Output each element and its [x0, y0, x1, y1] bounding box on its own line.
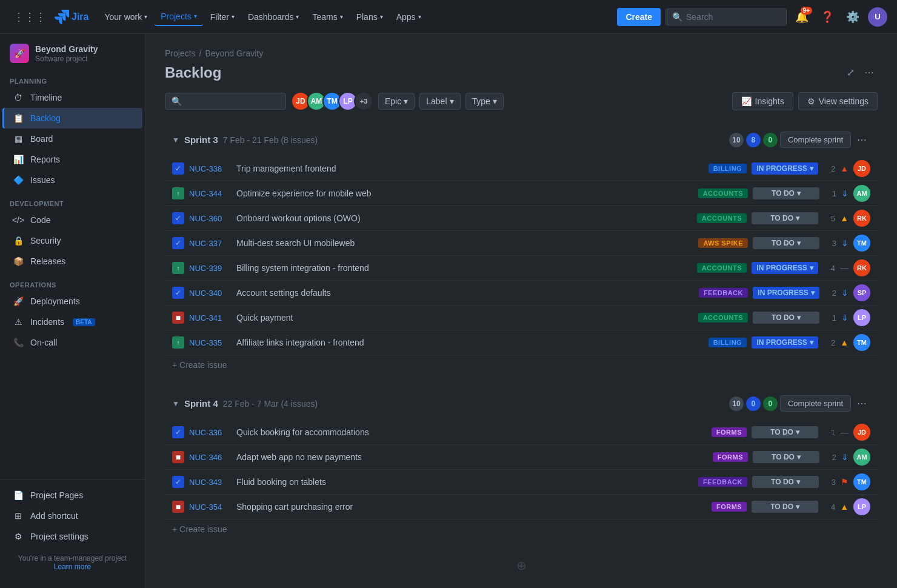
sidebar-item-code[interactable]: </> Code	[2, 210, 142, 230]
footer-learn-more[interactable]: Learn more	[54, 563, 91, 571]
view-settings-button[interactable]: ⚙ View settings	[798, 92, 878, 110]
search-input[interactable]	[686, 12, 771, 22]
sprint-3-more-button[interactable]: ⋯	[853, 130, 870, 149]
sidebar-item-backlog[interactable]: 📋 Backlog	[2, 108, 142, 129]
nav-projects[interactable]: Projects ▾	[155, 8, 203, 26]
create-button[interactable]: Create	[617, 8, 661, 26]
status-button[interactable]: TO DO ▾	[753, 312, 819, 324]
sprint-3-collapse[interactable]: ▼	[172, 136, 179, 144]
sidebar-item-deployments[interactable]: 🚀 Deployments	[2, 291, 142, 312]
issue-summary[interactable]: Shopping cart purchasing error	[236, 502, 707, 512]
issue-summary[interactable]: Onboard workout options (OWO)	[236, 213, 692, 223]
nav-teams[interactable]: Teams ▾	[306, 8, 348, 25]
sidebar-item-security[interactable]: 🔒 Security	[2, 230, 142, 251]
epic-filter[interactable]: Epic ▾	[378, 93, 415, 110]
avatar[interactable]: JD	[853, 160, 870, 177]
search-bar[interactable]: 🔍	[665, 8, 787, 25]
status-button[interactable]: IN PROGRESS ▾	[753, 287, 819, 299]
nav-your-work[interactable]: Your work ▾	[98, 8, 153, 25]
issue-summary[interactable]: Adapt web app no new payments	[236, 452, 708, 462]
avatar[interactable]: AM	[853, 449, 870, 466]
insights-button[interactable]: 📈 Insights	[732, 92, 793, 110]
avatar[interactable]: TM	[853, 473, 870, 490]
issue-summary[interactable]: Quick payment	[236, 313, 693, 322]
issue-key[interactable]: NUC-346	[189, 453, 232, 462]
status-button[interactable]: TO DO ▾	[753, 187, 819, 199]
status-button[interactable]: TO DO ▾	[753, 451, 819, 463]
avatar[interactable]: SP	[853, 284, 870, 301]
sprint-4-complete-button[interactable]: Complete sprint	[780, 395, 851, 412]
status-button[interactable]: TO DO ▾	[752, 476, 819, 488]
avatar[interactable]: JD	[853, 424, 870, 441]
status-button[interactable]: TO DO ▾	[752, 501, 818, 513]
nav-plans[interactable]: Plans ▾	[350, 8, 389, 25]
status-button[interactable]: IN PROGRESS ▾	[752, 162, 818, 175]
toolbar-search[interactable]: 🔍	[165, 93, 286, 110]
grid-icon[interactable]: ⋮⋮⋮	[10, 7, 50, 27]
sidebar-item-timeline[interactable]: ⏱ Timeline	[2, 87, 142, 108]
status-button[interactable]: TO DO ▾	[752, 212, 818, 224]
issue-key[interactable]: NUC-360	[189, 214, 232, 223]
avatar[interactable]: TM	[853, 334, 870, 351]
sprint-3-complete-button[interactable]: Complete sprint	[780, 132, 851, 148]
issue-key[interactable]: NUC-354	[189, 503, 232, 512]
status-button[interactable]: TO DO ▾	[753, 237, 819, 249]
more-options-button[interactable]: ⋯	[861, 63, 878, 82]
issue-key[interactable]: NUC-335	[189, 338, 232, 347]
issue-key[interactable]: NUC-344	[189, 189, 232, 198]
issue-summary[interactable]: Affiliate links integration - frontend	[236, 338, 704, 347]
jira-logo[interactable]: Jira	[55, 10, 88, 24]
issue-summary[interactable]: Optimize experience for mobile web	[236, 189, 693, 198]
sprint-4-header[interactable]: ▼ Sprint 4 22 Feb - 7 Mar (4 issues) 10 …	[165, 389, 878, 418]
sidebar-item-reports[interactable]: 📊 Reports	[2, 149, 142, 170]
issue-summary[interactable]: Multi-dest search UI mobileweb	[236, 238, 693, 248]
status-button[interactable]: IN PROGRESS ▾	[752, 336, 818, 349]
toolbar-search-input[interactable]	[185, 96, 270, 106]
sidebar-item-project-settings[interactable]: ⚙ Project settings	[2, 526, 142, 547]
type-filter[interactable]: Type ▾	[465, 93, 504, 110]
status-button[interactable]: IN PROGRESS ▾	[752, 262, 818, 274]
sidebar-item-incidents[interactable]: ⚠ Incidents BETA	[2, 312, 142, 332]
nav-apps[interactable]: Apps ▾	[390, 8, 427, 25]
label-filter[interactable]: Label ▾	[419, 93, 460, 110]
issue-key[interactable]: NUC-339	[189, 264, 232, 273]
notifications-button[interactable]: 🔔 9+	[792, 7, 812, 27]
create-issue-sprint4-button[interactable]: + Create issue	[165, 520, 878, 539]
issue-summary[interactable]: Quick booking for accommodations	[236, 427, 707, 437]
nav-dashboards[interactable]: Dashboards ▾	[242, 8, 305, 25]
issue-key[interactable]: NUC-336	[189, 428, 232, 437]
avatar[interactable]: AM	[853, 185, 870, 202]
user-avatar[interactable]: U	[868, 7, 887, 27]
settings-button[interactable]: ⚙️	[842, 7, 863, 27]
sidebar-item-oncall[interactable]: 📞 On-call	[2, 332, 142, 353]
sidebar-item-board[interactable]: ▦ Board	[2, 129, 142, 149]
avatar[interactable]: LP	[853, 309, 870, 326]
nav-filter[interactable]: Filter ▾	[204, 8, 241, 25]
issue-summary[interactable]: Account settings defaults	[236, 288, 694, 298]
avatar[interactable]: RK	[853, 210, 870, 227]
help-button[interactable]: ❓	[817, 7, 838, 27]
issue-key[interactable]: NUC-337	[189, 239, 232, 248]
sprint-4-more-button[interactable]: ⋯	[853, 394, 870, 413]
issue-key[interactable]: NUC-340	[189, 289, 232, 298]
sidebar-item-project-pages[interactable]: 📄 Project Pages	[2, 485, 142, 506]
create-issue-button[interactable]: + Create issue	[165, 355, 878, 375]
avatar-more[interactable]: +3	[354, 92, 373, 111]
avatar[interactable]: TM	[853, 235, 870, 252]
sidebar-item-releases[interactable]: 📦 Releases	[2, 251, 142, 272]
issue-summary[interactable]: Fluid booking on tablets	[236, 477, 693, 487]
issue-key[interactable]: NUC-341	[189, 313, 232, 322]
issue-summary[interactable]: Trip management frontend	[236, 164, 704, 173]
breadcrumb-projects[interactable]: Projects	[165, 48, 196, 58]
sprint-4-collapse[interactable]: ▼	[172, 399, 179, 408]
status-button[interactable]: TO DO ▾	[752, 426, 818, 438]
expand-button[interactable]: ⤢	[843, 63, 858, 82]
sidebar-item-add-shortcut[interactable]: ⊞ Add shortcut	[2, 506, 142, 526]
sidebar-item-issues[interactable]: 🔷 Issues	[2, 170, 142, 190]
issue-key[interactable]: NUC-338	[189, 164, 232, 173]
issue-summary[interactable]: Billing system integration - frontend	[236, 263, 692, 273]
sprint-3-header[interactable]: ▼ Sprint 3 7 Feb - 21 Feb (8 issues) 10 …	[165, 125, 878, 154]
issue-key[interactable]: NUC-343	[189, 478, 232, 487]
avatar[interactable]: LP	[853, 498, 870, 515]
breadcrumb-project-name[interactable]: Beyond Gravity	[205, 48, 263, 58]
